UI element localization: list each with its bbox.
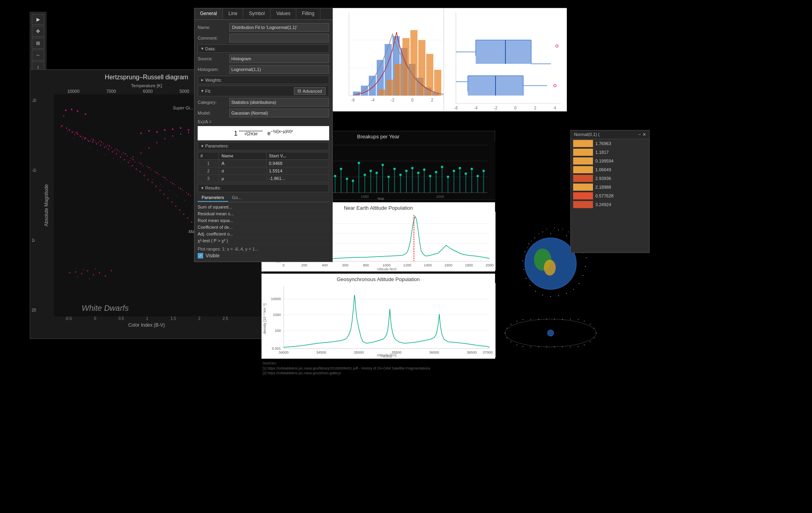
table-row: 3 μ -1.861... <box>198 174 329 182</box>
histogram-select[interactable]: Lognormal(1,1) <box>229 65 329 74</box>
svg-text:Altitude [km]: Altitude [km] <box>377 267 396 270</box>
svg-rect-208 <box>426 54 433 96</box>
svg-point-156 <box>156 186 157 187</box>
svg-point-416 <box>511 324 511 325</box>
svg-point-392 <box>573 289 574 290</box>
fit-section-arrow: ▾ <box>201 88 204 94</box>
svg-rect-209 <box>434 70 441 96</box>
svg-point-52 <box>170 182 171 183</box>
results-tab-params[interactable]: Parameters <box>198 194 228 202</box>
svg-text:100: 100 <box>275 329 281 333</box>
weights-section-header[interactable]: ▸ Weights: <box>198 76 329 84</box>
svg-point-180 <box>164 138 166 140</box>
data-section-header[interactable]: ▾ Data: <box>198 44 329 53</box>
svg-point-16 <box>77 134 78 135</box>
tab-symbol[interactable]: Symbol <box>243 8 271 19</box>
category-select[interactable]: Statistics (distributions) <box>229 98 329 107</box>
svg-point-313 <box>441 166 443 168</box>
tab-filling[interactable]: Filling <box>296 8 320 19</box>
legend-color-5 <box>573 175 593 182</box>
svg-point-379 <box>528 243 529 244</box>
sw-minimize-btn[interactable]: − <box>639 132 641 137</box>
svg-point-400 <box>568 232 569 232</box>
source-select[interactable]: Histogram <box>229 54 329 63</box>
svg-point-302 <box>376 172 378 174</box>
svg-rect-202 <box>379 90 386 96</box>
svg-point-420 <box>538 319 539 320</box>
fit-section-header[interactable]: ▾ Fit: ⊟ Advanced <box>198 86 329 96</box>
svg-point-375 <box>542 232 543 232</box>
svg-point-26 <box>156 172 158 174</box>
param-value-1[interactable]: 0.9468 <box>267 159 329 167</box>
name-input[interactable] <box>229 23 329 32</box>
svg-point-295 <box>334 175 336 177</box>
svg-point-163 <box>183 214 185 215</box>
weights-section-arrow: ▸ <box>201 77 204 82</box>
advanced-button[interactable]: ⊟ Advanced <box>294 87 326 95</box>
svg-point-41 <box>83 137 84 138</box>
formula-label-row: f(x)/A = <box>198 119 329 124</box>
sw-legend: 1.76963 1.1817 0.199594 1.06649 2.93936 … <box>571 139 649 209</box>
svg-point-381 <box>524 251 525 252</box>
tool-arrow[interactable]: ▶ <box>32 14 44 25</box>
svg-point-303 <box>381 164 384 166</box>
model-select[interactable]: Gaussian (Normal) <box>229 109 329 117</box>
svg-point-106 <box>93 274 94 276</box>
svg-point-311 <box>429 175 431 177</box>
comment-input[interactable] <box>229 34 329 42</box>
results-section-header[interactable]: ▾ Results: <box>198 184 329 192</box>
svg-point-183 <box>188 132 189 133</box>
svg-point-150 <box>132 165 133 167</box>
svg-point-405 <box>527 247 528 248</box>
svg-point-124 <box>145 174 145 175</box>
tool-hscale[interactable]: ↔ <box>32 50 44 61</box>
tab-general[interactable]: General <box>194 8 223 19</box>
svg-point-0 <box>65 109 67 111</box>
svg-point-153 <box>144 175 145 176</box>
svg-text:10000: 10000 <box>271 297 281 301</box>
visible-checkbox[interactable]: ✓ <box>198 253 203 258</box>
geo-svg: 0.001 100 1000 10000 density [10⁻³ km⁻¹]… <box>262 283 496 358</box>
annotation-supergiants: Super Gi... <box>173 105 194 110</box>
params-section-header[interactable]: ▾ Parameters: <box>198 142 329 150</box>
tab-line[interactable]: Line <box>223 8 244 19</box>
sw-close-btn[interactable]: ✕ <box>642 132 646 137</box>
dialog-body: Name: Comment: ▾ Data: Source: Histogram… <box>194 20 332 262</box>
svg-text:36500: 36500 <box>467 350 477 354</box>
svg-text:800: 800 <box>363 263 369 267</box>
legend-color-4 <box>573 166 593 173</box>
svg-point-443 <box>507 337 507 338</box>
list-item: 1.1817 <box>571 148 649 157</box>
svg-point-159 <box>168 198 169 199</box>
tool-grid[interactable]: ⊞ <box>32 38 44 49</box>
svg-point-316 <box>459 167 461 169</box>
results-tab-go[interactable]: Go... <box>228 194 246 202</box>
svg-point-442 <box>511 341 511 342</box>
svg-point-296 <box>340 168 342 170</box>
visible-label: Visible <box>206 253 219 258</box>
svg-point-421 <box>546 319 547 320</box>
results-list: Sum of squared... Residual mean s... Roo… <box>198 204 329 244</box>
svg-point-69 <box>114 150 114 151</box>
tool-move[interactable]: ✥ <box>32 26 44 37</box>
svg-point-298 <box>352 180 354 182</box>
histogram-chart: -6 -4 -2 0 2 4 <box>333 8 456 111</box>
svg-text:1600: 1600 <box>444 263 452 267</box>
legend-color-7 <box>573 192 593 199</box>
svg-point-423 <box>562 319 563 320</box>
tab-values[interactable]: Values <box>271 8 296 19</box>
svg-point-1 <box>71 109 72 110</box>
results-tabs: Parameters Go... <box>198 194 329 202</box>
svg-point-72 <box>71 132 72 132</box>
svg-point-397 <box>554 228 555 228</box>
svg-point-177 <box>141 153 142 154</box>
svg-point-401 <box>538 234 539 234</box>
svg-point-435 <box>562 346 563 347</box>
svg-point-373 <box>550 234 551 234</box>
svg-text:Year: Year <box>377 197 384 200</box>
svg-text:400: 400 <box>322 263 328 267</box>
param-value-2[interactable]: 1.5914 <box>267 167 329 174</box>
source-row: Source: Histogram <box>198 54 329 63</box>
svg-point-120 <box>113 158 114 159</box>
param-value-3[interactable]: -1.861... <box>267 174 329 182</box>
